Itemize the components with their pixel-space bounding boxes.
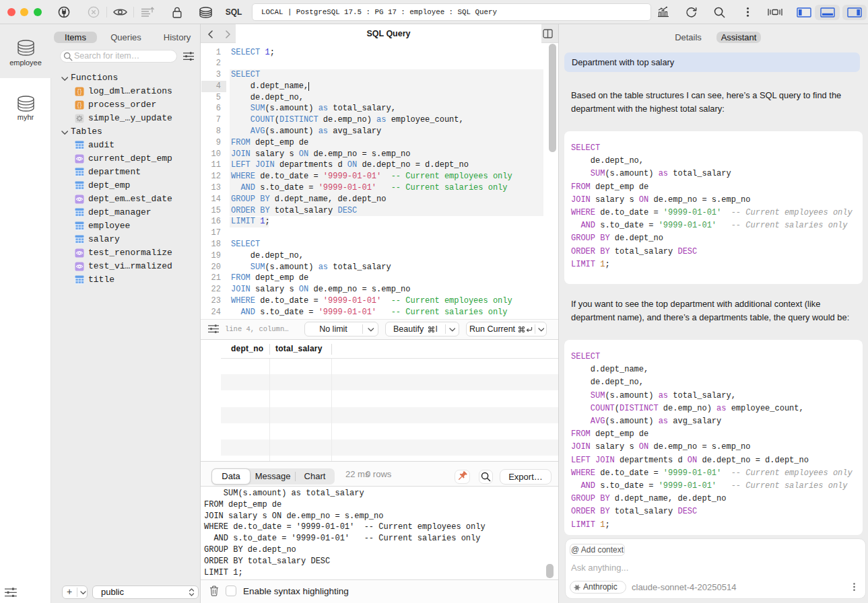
svg-text:{}: {} [77, 102, 82, 109]
svg-text:{}: {} [77, 89, 82, 96]
